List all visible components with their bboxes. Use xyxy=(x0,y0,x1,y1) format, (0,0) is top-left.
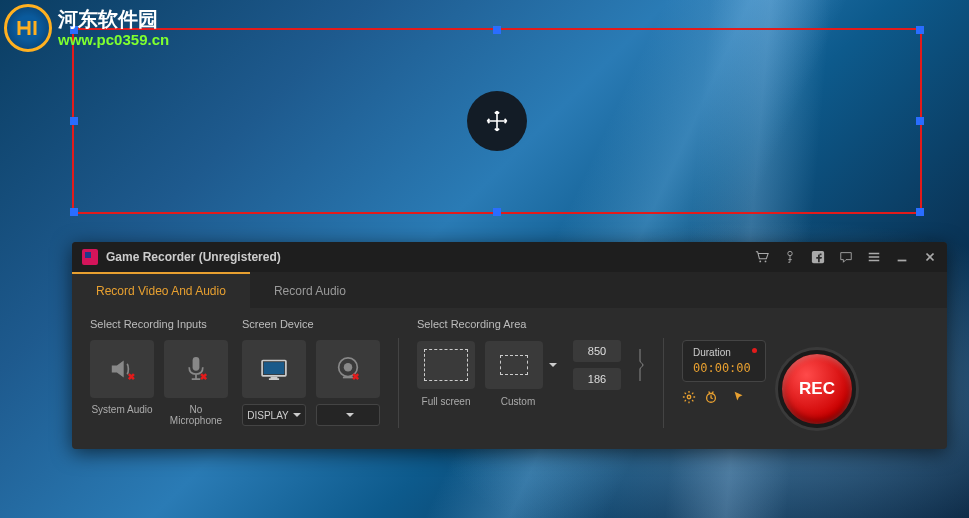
titlebar[interactable]: Game Recorder (Unregistered) xyxy=(72,242,947,272)
svg-rect-4 xyxy=(193,357,200,371)
resize-handle-middle-right[interactable] xyxy=(916,117,924,125)
tabs: Record Video And Audio Record Audio xyxy=(72,272,947,308)
watermark-title: 河东软件园 xyxy=(58,7,169,31)
menu-icon[interactable] xyxy=(867,250,881,264)
tab-record-audio[interactable]: Record Audio xyxy=(250,272,370,308)
resize-handle-middle-left[interactable] xyxy=(70,117,78,125)
display-dropdown-label: DISPLAY xyxy=(247,410,289,421)
svg-point-8 xyxy=(344,363,353,372)
resize-handle-bottom-right[interactable] xyxy=(916,208,924,216)
svg-point-2 xyxy=(788,251,792,255)
area-section-label: Select Recording Area xyxy=(417,318,645,330)
aspect-lock-icon[interactable] xyxy=(635,345,645,385)
watermark-logo xyxy=(4,4,52,52)
inputs-section-label: Select Recording Inputs xyxy=(90,318,228,330)
resize-handle-top-right[interactable] xyxy=(916,26,924,34)
minimize-icon[interactable] xyxy=(895,250,909,264)
webcam-dropdown[interactable] xyxy=(316,404,380,426)
close-icon[interactable] xyxy=(923,250,937,264)
inputs-section: Select Recording Inputs xyxy=(90,318,228,426)
window-title: Game Recorder (Unregistered) xyxy=(106,250,755,264)
microphone-label: No Microphone xyxy=(164,404,228,426)
facebook-icon[interactable] xyxy=(811,250,825,264)
fullscreen-card[interactable] xyxy=(417,341,475,389)
duration-box[interactable]: Duration 00:00:00 xyxy=(682,340,766,382)
height-input[interactable] xyxy=(573,368,621,390)
feedback-icon[interactable] xyxy=(839,250,853,264)
watermark: 河东软件园 www.pc0359.cn xyxy=(4,4,169,52)
divider xyxy=(398,338,399,428)
cursor-icon[interactable] xyxy=(732,390,746,408)
main-panel: Select Recording Inputs xyxy=(72,308,947,440)
caret-down-icon xyxy=(293,413,301,417)
cart-icon[interactable] xyxy=(755,250,769,264)
custom-area-card[interactable] xyxy=(485,341,543,389)
resize-handle-bottom-middle[interactable] xyxy=(493,208,501,216)
screen-section: Screen Device xyxy=(242,318,380,426)
display-card[interactable] xyxy=(242,340,306,398)
custom-rect-icon xyxy=(500,355,528,375)
duration-time: 00:00:00 xyxy=(693,361,755,375)
record-button-label: REC xyxy=(799,379,835,399)
watermark-url: www.pc0359.cn xyxy=(58,31,169,49)
tab-record-video-audio[interactable]: Record Video And Audio xyxy=(72,272,250,308)
status-dot-icon xyxy=(752,348,757,353)
system-audio-label: System Audio xyxy=(90,404,154,426)
record-button[interactable]: REC xyxy=(778,350,856,428)
duration-label: Duration xyxy=(693,347,755,358)
svg-rect-6 xyxy=(264,362,284,374)
resize-handle-bottom-left[interactable] xyxy=(70,208,78,216)
settings-gear-icon[interactable] xyxy=(682,390,696,404)
move-handle[interactable] xyxy=(467,91,527,151)
key-icon[interactable] xyxy=(783,250,797,264)
svg-point-0 xyxy=(759,261,761,263)
screen-section-label: Screen Device xyxy=(242,318,380,330)
app-icon xyxy=(82,249,98,265)
resize-handle-top-middle[interactable] xyxy=(493,26,501,34)
schedule-clock-icon[interactable] xyxy=(704,390,718,404)
display-dropdown[interactable]: DISPLAY xyxy=(242,404,306,426)
custom-label: Custom xyxy=(485,396,551,407)
custom-caret-icon[interactable] xyxy=(549,363,557,367)
recording-selection-area[interactable] xyxy=(72,28,922,214)
app-window: Game Recorder (Unregistered) Record Vide… xyxy=(72,242,947,449)
svg-point-1 xyxy=(765,261,767,263)
microphone-card[interactable] xyxy=(164,340,228,398)
area-section: Select Recording Area xyxy=(417,318,645,407)
divider xyxy=(663,338,664,428)
caret-down-icon xyxy=(346,413,354,417)
width-input[interactable] xyxy=(573,340,621,362)
fullscreen-rect-icon xyxy=(424,349,468,381)
webcam-card[interactable] xyxy=(316,340,380,398)
svg-point-9 xyxy=(687,395,691,399)
system-audio-card[interactable] xyxy=(90,340,154,398)
fullscreen-label: Full screen xyxy=(417,396,475,407)
